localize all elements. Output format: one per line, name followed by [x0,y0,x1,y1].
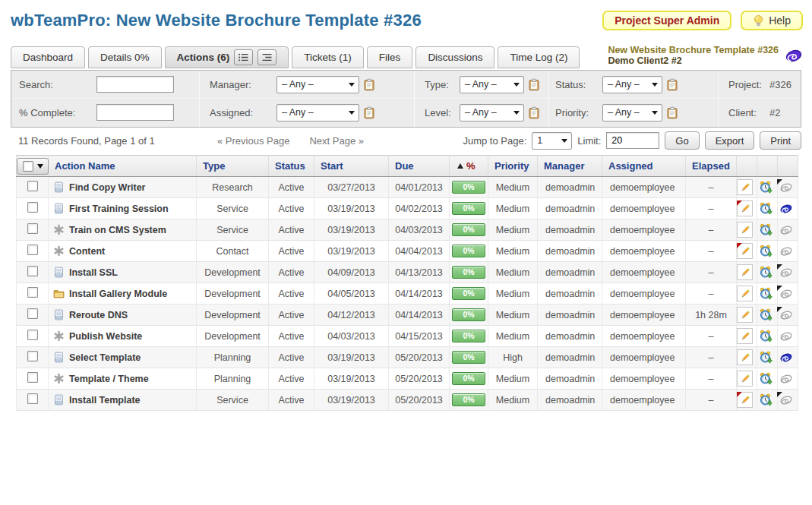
export-button[interactable]: Export [705,131,755,150]
edit-action-button[interactable] [737,243,753,259]
action-name-link[interactable]: First Training Session [69,204,169,214]
project-spiral-icon[interactable] [785,49,803,63]
row-checkbox[interactable] [27,351,38,361]
edit-action-button[interactable] [737,392,753,408]
go-button[interactable]: Go [665,131,699,150]
assigned-clipboard-icon[interactable] [364,106,374,119]
action-name-link[interactable]: Publish Website [69,331,142,342]
next-page-link[interactable]: Next Page » [309,135,364,147]
select-all-checkbox[interactable] [23,161,33,172]
manager-clipboard-icon[interactable] [364,78,374,91]
row-checkbox[interactable] [27,330,38,340]
view-action-button[interactable] [778,265,794,279]
tab-timelog[interactable]: Time Log (2) [498,46,580,68]
tab-tickets[interactable]: Tickets (1) [292,46,364,68]
project-super-admin-button[interactable]: Project Super Admin [602,11,731,30]
view-action-button[interactable] [778,393,794,407]
priority-select[interactable]: – Any – [602,104,662,122]
limit-input[interactable] [606,132,659,149]
view-action-button[interactable] [778,244,794,258]
col-action-name[interactable]: Action Name [49,160,115,172]
priority-clipboard-icon[interactable] [667,106,678,119]
edit-action-button[interactable] [737,371,753,387]
tab-files[interactable]: Files [367,46,413,68]
row-checkbox[interactable] [27,393,38,404]
action-name-link[interactable]: Install Gallery Module [69,289,167,299]
row-checkbox[interactable] [27,245,38,255]
detail-view-toggle-icon[interactable] [258,49,276,65]
percent-complete-input[interactable] [96,104,174,121]
search-input[interactable] [96,76,174,93]
log-time-button[interactable] [757,244,773,258]
status-select[interactable]: – Any – [602,76,662,93]
view-action-button[interactable] [778,223,794,237]
log-time-button[interactable] [757,350,773,365]
view-action-button[interactable] [778,329,794,343]
row-checkbox[interactable] [27,287,38,298]
select-all-button[interactable] [17,158,49,175]
row-checkbox[interactable] [27,308,38,319]
action-name-link[interactable]: Reroute DNS [69,310,128,320]
row-checkbox[interactable] [27,223,38,234]
log-time-button[interactable] [757,308,773,322]
previous-page-link[interactable]: « Previous Page [217,135,289,147]
col-percent[interactable]: % [466,160,476,172]
edit-action-button[interactable] [737,349,753,365]
edit-action-button[interactable] [737,286,753,301]
tab-discussions[interactable]: Discussions [415,46,494,68]
view-action-button[interactable] [778,350,794,365]
assigned-select[interactable]: – Any – [276,104,359,122]
action-name-link[interactable]: Find Copy Writer [69,182,145,193]
tab-actions[interactable]: Actions (6) [165,46,289,68]
log-time-button[interactable] [757,393,773,407]
log-time-button[interactable] [757,201,773,216]
view-action-button[interactable] [778,180,794,194]
print-button[interactable]: Print [760,131,801,150]
row-checkbox[interactable] [27,372,38,383]
edit-action-button[interactable] [737,307,753,323]
log-time-button[interactable] [757,371,773,386]
help-button[interactable]: Help [741,11,803,30]
view-action-button[interactable] [778,286,794,301]
log-time-button[interactable] [757,329,773,343]
log-time-button[interactable] [757,286,773,301]
type-select[interactable]: – Any – [460,76,524,93]
edit-action-button[interactable] [737,328,753,344]
action-name-link[interactable]: Train on CMS System [69,225,166,235]
col-due[interactable]: Due [389,160,414,172]
edit-action-button[interactable] [737,222,753,238]
action-name-link[interactable]: Install Template [69,395,141,406]
log-time-button[interactable] [757,180,773,194]
col-manager[interactable]: Manager [538,160,584,172]
action-name-link[interactable]: Install SSL [69,267,118,278]
level-clipboard-icon[interactable] [529,106,539,119]
list-view-toggle-icon[interactable] [234,49,253,65]
col-assigned[interactable]: Assigned [602,160,653,172]
level-select[interactable]: – Any – [460,104,524,122]
col-type[interactable]: Type [197,160,225,172]
row-checkbox[interactable] [27,181,38,191]
col-status[interactable]: Status [269,160,305,172]
tab-details[interactable]: Details 0% [88,46,162,68]
tab-dashboard[interactable]: Dashboard [11,46,85,68]
row-checkbox[interactable] [27,266,38,276]
log-time-button[interactable] [757,265,773,279]
col-priority[interactable]: Priority [488,160,529,172]
manager-select[interactable]: – Any – [276,76,359,93]
action-name-link[interactable]: Content [69,246,105,257]
log-time-button[interactable] [757,223,773,237]
view-action-button[interactable] [778,371,794,386]
edit-action-button[interactable] [737,179,753,195]
view-action-button[interactable] [778,308,794,322]
type-clipboard-icon[interactable] [529,78,539,91]
col-start[interactable]: Start [314,160,343,172]
view-action-button[interactable] [778,201,794,216]
action-name-link[interactable]: Template / Theme [69,374,149,384]
col-elapsed[interactable]: Elapsed [686,160,730,172]
status-clipboard-icon[interactable] [667,78,678,91]
edit-action-button[interactable] [737,200,753,216]
jump-to-page-select[interactable]: 1 [532,132,572,150]
action-name-link[interactable]: Select Template [69,352,141,363]
row-checkbox[interactable] [27,202,38,213]
edit-action-button[interactable] [737,264,753,280]
